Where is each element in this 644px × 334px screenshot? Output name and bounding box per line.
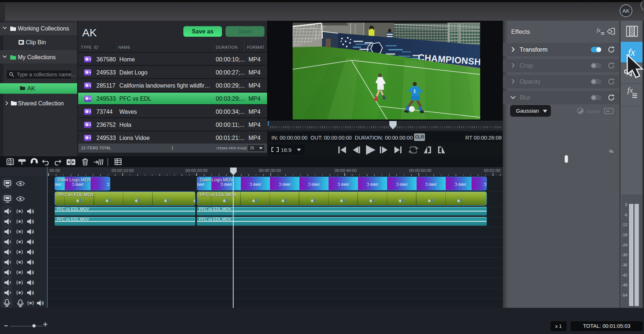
svg-text:fx: fx [627, 85, 633, 94]
svg-text:fx: fx [597, 28, 601, 33]
svg-text:1: 1 [413, 88, 416, 94]
